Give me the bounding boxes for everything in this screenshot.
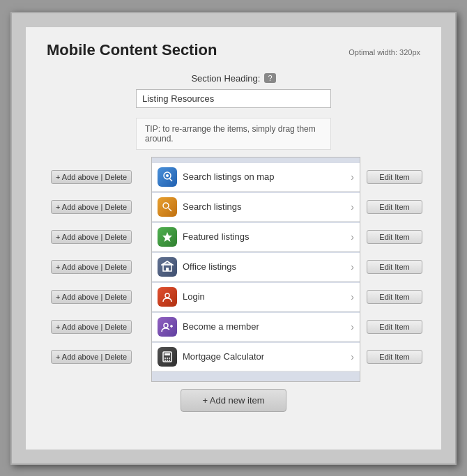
svg-point-3 <box>163 203 169 208</box>
right-controls: Edit Item <box>367 170 422 184</box>
item-row: + Add above | DeleteSearch listings on m… <box>152 163 360 192</box>
item-chevron-icon: › <box>351 351 354 362</box>
item-row: + Add above | DeleteSearch listings›Edit… <box>152 193 360 222</box>
items-wrapper: + Add above | DeleteSearch listings on m… <box>151 157 316 412</box>
left-controls: + Add above | Delete <box>51 290 132 304</box>
right-controls: Edit Item <box>367 290 422 304</box>
item-icon <box>158 287 177 307</box>
edit-item-button[interactable]: Edit Item <box>367 230 422 244</box>
item-row: + Add above | DeleteFeatured listings›Ed… <box>152 223 360 252</box>
svg-rect-14 <box>164 353 170 355</box>
section-heading-row: Section Heading: ? <box>47 73 420 84</box>
svg-point-10 <box>164 323 168 328</box>
add-above-button[interactable]: + Add above | Delete <box>51 350 132 364</box>
item-label: Mortgage Calculator <box>183 351 345 362</box>
add-above-button[interactable]: + Add above | Delete <box>51 260 132 274</box>
item-chevron-icon: › <box>351 291 354 302</box>
list-item[interactable]: Search listings› <box>152 193 360 222</box>
items-panel: + Add above | DeleteSearch listings on m… <box>151 157 360 382</box>
section-heading-input[interactable] <box>136 89 331 108</box>
svg-point-17 <box>169 358 170 359</box>
svg-marker-8 <box>162 261 173 265</box>
item-chevron-icon: › <box>351 261 354 272</box>
left-controls: + Add above | Delete <box>51 230 132 244</box>
right-controls: Edit Item <box>367 350 422 364</box>
item-chevron-icon: › <box>351 231 354 243</box>
list-item[interactable]: Login› <box>152 283 360 312</box>
add-new-row: + Add new item <box>151 389 316 412</box>
svg-point-19 <box>167 360 168 361</box>
item-label: Featured listings <box>183 231 345 242</box>
add-above-button[interactable]: + Add above | Delete <box>51 320 132 334</box>
svg-point-9 <box>165 293 169 298</box>
list-item[interactable]: Office listings› <box>152 253 360 282</box>
add-new-item-button[interactable]: + Add new item <box>181 389 286 412</box>
edit-item-button[interactable]: Edit Item <box>367 350 422 364</box>
list-item[interactable]: Featured listings› <box>152 223 360 252</box>
left-controls: + Add above | Delete <box>51 170 132 184</box>
tip-box: TIP: to re-arrange the items, simply dra… <box>136 118 331 150</box>
right-controls: Edit Item <box>367 320 422 334</box>
item-label: Office listings <box>183 261 345 272</box>
svg-point-18 <box>164 360 166 361</box>
left-controls: + Add above | Delete <box>51 200 132 214</box>
page-title: Mobile Content Section <box>47 41 217 59</box>
item-icon <box>158 317 177 337</box>
right-controls: Edit Item <box>367 260 422 274</box>
optimal-width-label: Optimal width: 320px <box>349 48 420 56</box>
right-controls: Edit Item <box>367 230 422 244</box>
svg-line-4 <box>169 208 172 211</box>
item-label: Search listings on map <box>183 171 345 182</box>
edit-item-button[interactable]: Edit Item <box>367 170 422 184</box>
item-icon <box>158 197 177 217</box>
edit-item-button[interactable]: Edit Item <box>367 200 422 214</box>
add-above-button[interactable]: + Add above | Delete <box>51 230 132 244</box>
edit-item-button[interactable]: Edit Item <box>367 260 422 274</box>
right-controls: Edit Item <box>367 200 422 214</box>
item-chevron-icon: › <box>351 321 354 332</box>
item-icon <box>158 257 177 277</box>
add-above-button[interactable]: + Add above | Delete <box>51 290 132 304</box>
item-row: + Add above | DeleteMortgage Calculator›… <box>152 343 360 371</box>
add-above-button[interactable]: + Add above | Delete <box>51 200 132 214</box>
edit-item-button[interactable]: Edit Item <box>367 320 422 334</box>
svg-rect-7 <box>166 268 169 271</box>
item-icon <box>158 347 177 367</box>
list-item[interactable]: Become a member› <box>152 313 360 341</box>
item-row: + Add above | DeleteLogin›Edit Item <box>152 283 360 312</box>
list-item[interactable]: Search listings on map› <box>152 163 360 192</box>
svg-point-16 <box>167 358 168 359</box>
left-controls: + Add above | Delete <box>51 260 132 274</box>
svg-point-2 <box>166 174 169 177</box>
item-label: Become a member <box>183 321 345 332</box>
left-controls: + Add above | Delete <box>51 350 132 364</box>
svg-point-20 <box>169 360 170 361</box>
item-label: Login <box>183 291 345 302</box>
left-controls: + Add above | Delete <box>51 320 132 334</box>
help-badge[interactable]: ? <box>264 73 275 83</box>
page-title-row: Mobile Content Section Optimal width: 32… <box>47 41 420 59</box>
svg-point-15 <box>164 358 166 359</box>
edit-item-button[interactable]: Edit Item <box>367 290 422 304</box>
item-icon <box>158 227 177 247</box>
page-background: Mobile Content Section Optimal width: 32… <box>26 27 441 450</box>
item-icon <box>158 167 177 187</box>
add-above-button[interactable]: + Add above | Delete <box>51 170 132 184</box>
svg-line-1 <box>169 178 172 181</box>
item-row: + Add above | DeleteOffice listings›Edit… <box>152 253 360 282</box>
outer-frame: Mobile Content Section Optimal width: 32… <box>10 12 457 465</box>
item-chevron-icon: › <box>351 171 354 183</box>
section-heading-label: Section Heading: <box>191 73 260 84</box>
svg-marker-5 <box>162 232 172 242</box>
item-chevron-icon: › <box>351 201 354 213</box>
list-item[interactable]: Mortgage Calculator› <box>152 343 360 371</box>
item-label: Search listings <box>183 201 345 212</box>
item-row: + Add above | DeleteBecome a member›Edit… <box>152 313 360 341</box>
